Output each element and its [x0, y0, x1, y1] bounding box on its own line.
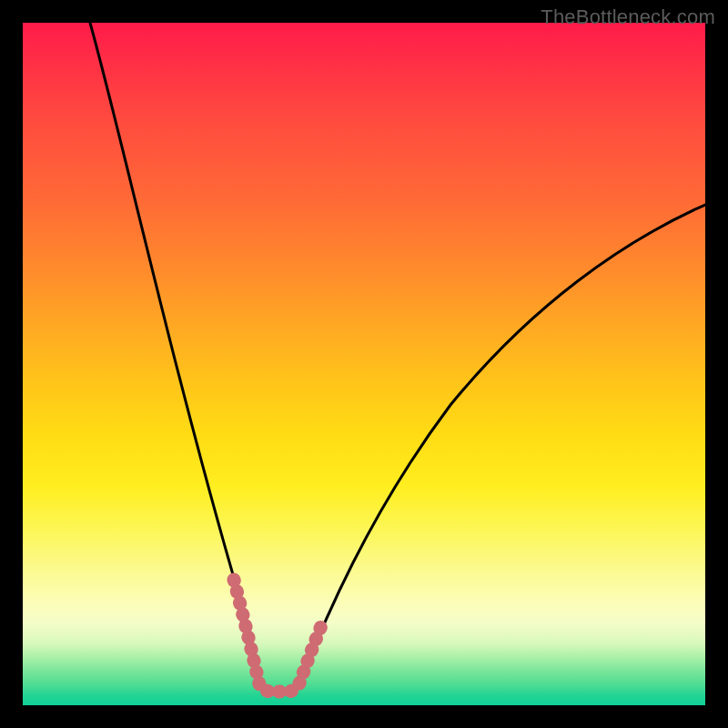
plot-area: [23, 23, 705, 705]
chart-frame: TheBottleneck.com: [0, 0, 728, 728]
watermark-text: TheBottleneck.com: [541, 5, 715, 29]
bottleneck-curve-right: [299, 205, 705, 683]
curve-layer: [23, 23, 705, 705]
valley-highlight: [234, 580, 323, 692]
